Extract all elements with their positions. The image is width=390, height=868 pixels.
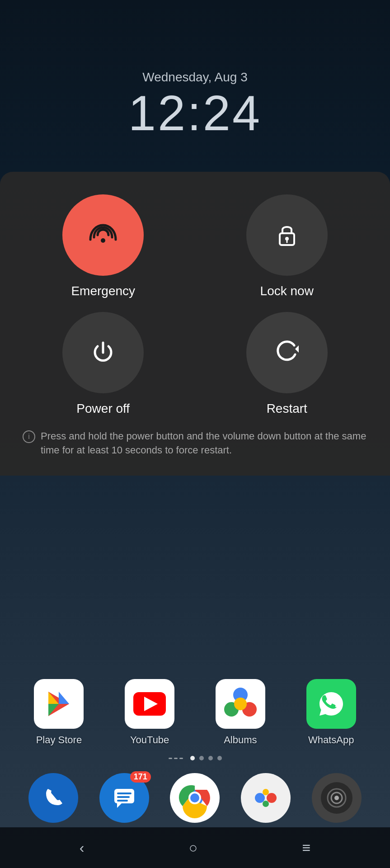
svg-marker-4: [295, 345, 299, 353]
hint-text: Press and hold the power button and the …: [41, 429, 367, 458]
youtube-label: YouTube: [130, 734, 169, 746]
svg-point-27: [267, 793, 277, 803]
lock-now-button[interactable]: [246, 194, 328, 276]
power-menu-buttons: Emergency Lock now Power o: [18, 194, 372, 416]
messages-badge: 171: [130, 771, 151, 783]
svg-point-26: [255, 793, 265, 803]
page-line-1: [169, 758, 172, 759]
power-menu-overlay: Emergency Lock now Power o: [0, 172, 390, 476]
dock-item-phone[interactable]: [28, 773, 78, 823]
page-dot-3: [208, 756, 213, 760]
power-off-button[interactable]: [62, 312, 144, 393]
home-button[interactable]: ○: [180, 835, 207, 861]
page-dot-2: [199, 756, 204, 760]
status-bar: [0, 0, 390, 18]
app-item-albums[interactable]: Albums: [216, 679, 265, 746]
power-off-label: Power off: [76, 401, 130, 416]
emergency-icon: [85, 222, 121, 249]
restart-button-item: Restart: [202, 312, 372, 416]
lock-icon: [273, 222, 301, 249]
page-line-2: [174, 758, 178, 759]
restart-button[interactable]: [246, 312, 328, 393]
svg-point-33: [334, 796, 339, 800]
power-icon: [89, 339, 117, 366]
app-item-whatsapp[interactable]: WhatsApp: [306, 679, 356, 746]
svg-point-25: [250, 782, 282, 814]
whatsapp-icon: [306, 679, 356, 729]
dock-item-messages[interactable]: 171: [99, 773, 149, 823]
svg-point-24: [190, 793, 199, 802]
lock-now-label: Lock now: [260, 284, 314, 298]
page-dot-1: [190, 756, 195, 760]
svg-point-14: [234, 698, 247, 710]
camera-icon: [312, 773, 362, 823]
page-line-3: [179, 758, 183, 759]
page-indicators: [169, 756, 222, 760]
dock: 171: [0, 773, 390, 823]
force-restart-hint: i Press and hold the power button and th…: [18, 429, 372, 458]
playstore-label: Play Store: [36, 734, 82, 746]
power-off-button-item: Power off: [18, 312, 188, 416]
dock-item-assistant[interactable]: [241, 773, 291, 823]
app-item-youtube[interactable]: YouTube: [125, 679, 174, 746]
menu-button[interactable]: ≡: [293, 835, 320, 861]
lockscreen-top: Wednesday, Aug 3 12:24: [0, 0, 390, 190]
svg-point-28: [263, 789, 269, 795]
youtube-icon: [125, 679, 174, 729]
dock-item-camera[interactable]: [312, 773, 362, 823]
albums-icon: [216, 679, 265, 729]
restart-icon: [273, 339, 301, 366]
svg-point-29: [263, 801, 269, 807]
assistant-icon: [241, 773, 291, 823]
emergency-label: Emergency: [71, 284, 135, 298]
nav-bar: ‹ ○ ≡: [0, 827, 390, 868]
restart-label: Restart: [267, 401, 307, 416]
dock-item-chrome[interactable]: [170, 773, 220, 823]
emergency-button[interactable]: [62, 194, 144, 276]
back-button[interactable]: ‹: [70, 835, 94, 861]
svg-point-0: [101, 238, 105, 243]
lock-now-button-item: Lock now: [202, 194, 372, 298]
info-icon: i: [23, 430, 35, 443]
albums-label: Albums: [224, 734, 257, 746]
emergency-button-item: Emergency: [18, 194, 188, 298]
time-display: 12:24: [128, 88, 262, 138]
app-row: Play Store YouTube Albums: [0, 670, 390, 755]
whatsapp-label: WhatsApp: [308, 734, 354, 746]
page-dot-4: [217, 756, 222, 760]
date-display: Wednesday, Aug 3: [142, 70, 247, 85]
svg-marker-8: [59, 692, 69, 704]
app-item-playstore[interactable]: Play Store: [34, 679, 84, 746]
page-lines-indicator: [169, 758, 183, 759]
chrome-icon: [170, 773, 220, 823]
playstore-icon: [34, 679, 84, 729]
svg-marker-17: [117, 803, 122, 808]
phone-icon: [28, 773, 78, 823]
